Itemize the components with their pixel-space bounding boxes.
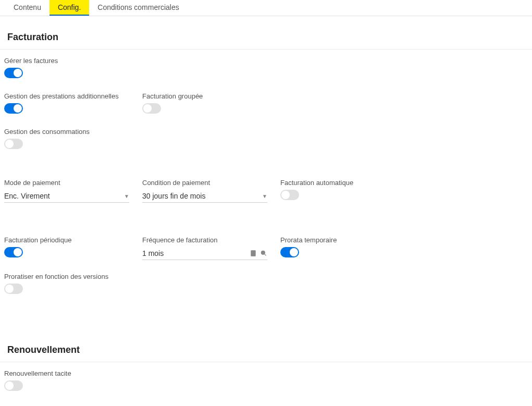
- tab-config[interactable]: Config.: [50, 0, 89, 16]
- section-title-renouvellement: Renouvellement: [0, 339, 532, 362]
- tab-contenu[interactable]: Contenu: [5, 0, 50, 16]
- value-condition-paiement: 30 jours fin de mois: [142, 192, 205, 200]
- input-frequence[interactable]: 1 mois: [142, 247, 267, 260]
- label-prorata-temporaire: Prorata temporaire: [280, 236, 418, 244]
- label-gestion-consommations: Gestion des consommations: [4, 128, 142, 136]
- value-mode-paiement: Enc. Virement: [4, 192, 50, 200]
- svg-line-5: [265, 254, 266, 256]
- toggle-facturation-periodique[interactable]: [4, 247, 23, 257]
- chevron-down-icon: ▼: [262, 193, 267, 199]
- select-mode-paiement[interactable]: Enc. Virement ▼: [4, 190, 129, 203]
- toggle-gestion-prestations[interactable]: [4, 103, 23, 114]
- label-proratiser-versions: Proratiser en fonction des versions: [4, 273, 118, 280]
- label-facturation-auto: Facturation automatique: [280, 179, 418, 187]
- document-icon[interactable]: [250, 250, 257, 257]
- chevron-down-icon: ▼: [124, 193, 129, 199]
- label-facturation-groupee: Facturation groupée: [142, 92, 280, 100]
- label-mode-paiement: Mode de paiement: [4, 179, 142, 187]
- toggle-gestion-consommations[interactable]: [4, 139, 23, 149]
- toggle-prorata-temporaire[interactable]: [280, 247, 299, 257]
- label-condition-paiement: Condition de paiement: [142, 179, 280, 187]
- label-gestion-prestations: Gestion des prestations additionnelles: [4, 92, 142, 100]
- toggle-facturation-groupee[interactable]: [142, 103, 161, 114]
- label-frequence: Fréquence de facturation: [142, 236, 280, 244]
- label-facturation-periodique: Facturation périodique: [4, 236, 142, 244]
- search-icon[interactable]: [260, 250, 267, 257]
- svg-point-4: [261, 251, 265, 254]
- toggle-facturation-auto[interactable]: [280, 190, 299, 200]
- value-frequence: 1 mois: [142, 249, 250, 257]
- tab-conditions[interactable]: Conditions commerciales: [89, 0, 187, 16]
- section-title-facturation: Facturation: [0, 27, 532, 50]
- label-renouvellement-tacite: Renouvellement tacite: [4, 370, 142, 377]
- label-gerer-factures: Gérer les factures: [4, 57, 142, 65]
- toggle-proratiser-versions[interactable]: [4, 284, 23, 294]
- toggle-gerer-factures[interactable]: [4, 68, 23, 78]
- tab-bar: Contenu Config. Conditions commerciales: [0, 0, 532, 16]
- toggle-renouvellement-tacite[interactable]: [4, 380, 23, 391]
- select-condition-paiement[interactable]: 30 jours fin de mois ▼: [142, 190, 267, 203]
